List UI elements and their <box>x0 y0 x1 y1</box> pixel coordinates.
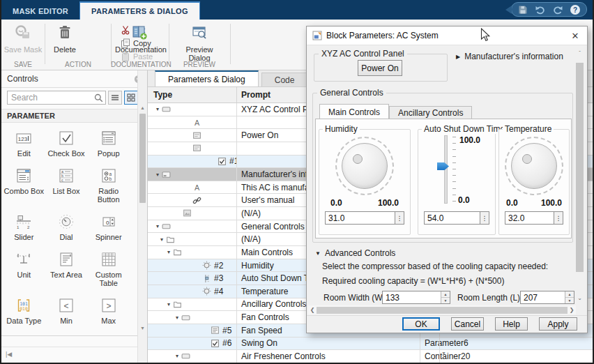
shutdown-value-field[interactable]: 54.0 <box>424 211 480 225</box>
type-cell[interactable]: ▾ <box>148 350 236 363</box>
search-input[interactable] <box>8 91 105 104</box>
dial-knob[interactable] <box>342 143 388 189</box>
help-icon[interactable]: ? <box>570 4 581 15</box>
control-item-dial[interactable]: Dial <box>45 211 88 243</box>
tab-mask-editor[interactable]: MASK EDITOR <box>1 3 79 20</box>
expander-icon[interactable]: ▾ <box>153 223 162 229</box>
tab-parameters-dialog[interactable]: PARAMETERS & DIALOG <box>79 1 200 20</box>
room-width-field[interactable]: 133 ▲▼ <box>382 291 450 304</box>
controls-panel-scrollbar-horizontal[interactable]: |◀ <box>1 347 137 361</box>
h-scroll-right-icon[interactable]: ❯ <box>568 307 576 313</box>
tab-ancillary-controls[interactable]: Ancillary Controls <box>389 106 472 119</box>
control-item-unit[interactable]: Unit <box>3 249 45 289</box>
power-on-button[interactable]: Power On <box>358 60 402 76</box>
scrollbar-thumb[interactable] <box>139 114 146 203</box>
prompt-cell[interactable]: Swing On <box>236 338 420 350</box>
dialog-scrollbar[interactable]: ˆ ⌄ <box>575 48 584 303</box>
list-view-button[interactable] <box>108 91 122 105</box>
control-item-text-area[interactable]: Text Area <box>45 249 88 289</box>
h-scroll-left-icon[interactable]: ❮ <box>308 307 317 313</box>
control-item-min[interactable]: <Min <box>45 295 88 327</box>
humidity-more-button[interactable]: ⋮ <box>395 211 404 225</box>
control-item-data-type[interactable]: 101010Data Type <box>3 295 45 327</box>
tab-main-controls[interactable]: Main Controls <box>319 104 389 119</box>
type-cell[interactable]: A <box>148 116 236 129</box>
type-cell[interactable]: A <box>148 181 236 194</box>
humidity-dial[interactable] <box>335 137 394 195</box>
spin-up-icon[interactable]: ▲ <box>565 291 574 298</box>
room-length-field[interactable]: 207 ▲▼ <box>520 291 574 304</box>
cancel-button[interactable]: Cancel <box>451 317 484 331</box>
type-cell[interactable]: ▾ <box>148 311 236 324</box>
dialog-scrollbar-horizontal[interactable]: ❮ ❯ <box>308 305 576 314</box>
control-item-popup[interactable]: Popup <box>87 128 130 160</box>
spin-down-icon[interactable]: ▼ <box>565 298 574 303</box>
advanced-controls-disclosure[interactable]: ▼ Advanced Controls <box>315 248 395 258</box>
expander-icon[interactable]: ▾ <box>158 236 166 243</box>
h-scrollbar-thumb[interactable] <box>317 307 568 314</box>
room-length-spinner[interactable]: ▲▼ <box>565 291 574 303</box>
type-cell[interactable] <box>148 207 236 220</box>
name-cell[interactable]: Container20 <box>420 350 439 363</box>
control-item-check-box[interactable]: Check Box <box>45 128 88 160</box>
control-item-list-box[interactable]: abcList Box <box>45 165 88 206</box>
expander-icon[interactable]: ▾ <box>165 301 173 308</box>
table-row[interactable]: #6Swing OnParameter6 <box>148 338 593 351</box>
type-cell[interactable]: ▾ <box>148 168 236 181</box>
control-item-slider[interactable]: 12Slider <box>3 211 45 243</box>
name-cell[interactable]: Parameter6 <box>420 338 439 350</box>
type-cell[interactable]: ▾ <box>148 246 236 259</box>
room-width-spinner[interactable]: ▲▼ <box>441 291 450 303</box>
type-cell[interactable]: ▾ <box>148 220 236 233</box>
expander-icon[interactable]: ▾ <box>153 172 162 178</box>
delete-button[interactable]: Delete <box>40 23 89 54</box>
temperature-value-field[interactable]: 32.0 <box>505 211 554 225</box>
manufacturer-info-disclosure[interactable]: ▶ Manufacturer's information <box>456 52 563 61</box>
type-cell[interactable]: #1 <box>148 156 236 168</box>
expander-icon[interactable]: ▾ <box>173 353 181 359</box>
save-icon[interactable] <box>517 4 528 15</box>
column-header-type[interactable]: Type <box>148 87 236 103</box>
type-cell[interactable] <box>148 142 236 155</box>
grid-view-button[interactable] <box>124 91 138 105</box>
type-cell[interactable]: ▾ <box>148 298 236 311</box>
spin-up-icon[interactable]: ▲ <box>441 291 450 298</box>
type-cell[interactable]: #4 <box>148 285 236 298</box>
control-item-spinner[interactable]: 0Spinner <box>87 211 130 243</box>
type-cell[interactable]: #5 <box>148 324 236 337</box>
temperature-more-button[interactable]: ⋮ <box>554 211 563 225</box>
redo-icon[interactable] <box>552 4 563 15</box>
expander-icon[interactable]: ▾ <box>173 314 181 321</box>
control-item-max[interactable]: >Max <box>87 295 130 327</box>
prompt-cell[interactable]: Air Freshener Controls <box>236 350 420 363</box>
preview-dialog-button[interactable]: Preview Dialog <box>175 23 224 62</box>
apply-button[interactable]: Apply <box>539 317 577 331</box>
control-item-edit[interactable]: 123Edit <box>3 128 45 160</box>
shutdown-slider[interactable]: 100.0 0.0 <box>429 134 485 205</box>
humidity-value-field[interactable]: 31.0 <box>325 211 395 225</box>
tab-code[interactable]: Code <box>261 73 308 86</box>
type-cell[interactable]: ▾ <box>148 233 236 245</box>
close-icon[interactable]: ✕ <box>569 29 581 42</box>
dialog-scrollbar-thumb[interactable] <box>576 63 584 272</box>
dialog-titlebar[interactable]: Block Parameters: AC System ✕ <box>307 26 587 45</box>
type-cell[interactable]: #3 <box>148 272 236 285</box>
type-cell[interactable]: #6 <box>148 338 236 350</box>
spin-down-icon[interactable]: ▼ <box>441 298 450 303</box>
documentation-button[interactable]: Documentation <box>115 23 164 54</box>
control-item-combo-box[interactable]: Combo Box <box>3 165 45 206</box>
type-cell[interactable]: #2 <box>148 259 236 272</box>
dial-knob[interactable] <box>511 143 557 189</box>
table-row[interactable]: ▾Air Freshener ControlsContainer20 <box>148 350 593 363</box>
type-cell[interactable] <box>148 194 236 206</box>
expander-icon[interactable]: ▾ <box>165 249 173 255</box>
expander-icon[interactable]: ▾ <box>153 106 162 112</box>
table-scroll-down-icon[interactable]: ▼ <box>441 351 446 356</box>
shutdown-more-button[interactable]: ⋮ <box>480 211 489 225</box>
control-item-custom-table[interactable]: Custom Table <box>87 249 130 289</box>
control-item-radio-button[interactable]: abRadio Button <box>87 165 130 206</box>
ok-button[interactable]: OK <box>402 317 440 331</box>
temperature-dial[interactable] <box>505 137 563 195</box>
type-cell[interactable]: ▾ <box>148 103 236 116</box>
help-button[interactable]: Help <box>495 317 528 331</box>
